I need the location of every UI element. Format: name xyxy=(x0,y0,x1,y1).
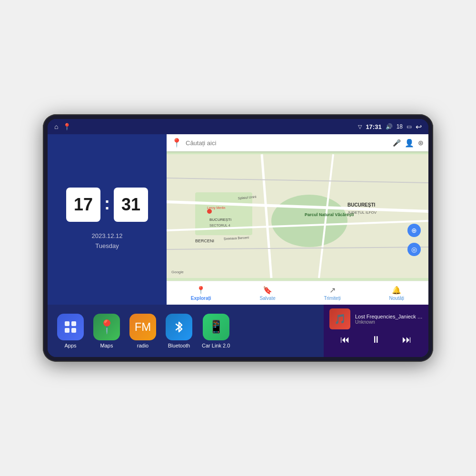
status-bar: ⌂ 📍 ▽ 17:31 🔊 18 ▭ ↩ xyxy=(48,119,428,134)
svg-rect-28 xyxy=(65,328,69,333)
svg-text:⊕: ⊕ xyxy=(411,227,417,234)
svg-text:JUDEȚUL ILFOV: JUDEȚUL ILFOV xyxy=(347,210,377,215)
svg-rect-26 xyxy=(65,321,69,326)
apps-row: Apps 📍 Maps FM radio xyxy=(48,305,324,357)
maps-icon: 📍 xyxy=(93,314,120,340)
svg-text:Parcul Natural Văcărești: Parcul Natural Văcărești xyxy=(305,212,354,217)
battery-icon: ▭ xyxy=(407,123,412,130)
bluetooth-label: Bluetooth xyxy=(168,343,190,348)
status-left-icons: ⌂ 📍 xyxy=(54,123,71,130)
music-player: 🎵 Lost Frequencies_Janieck Devy-... Unkn… xyxy=(324,305,428,357)
signal-icon: ▽ xyxy=(358,124,362,130)
music-title: Lost Frequencies_Janieck Devy-... xyxy=(355,314,423,319)
svg-text:BUCUREȘTI: BUCUREȘTI xyxy=(209,218,231,222)
layers-icon[interactable]: ⊛ xyxy=(418,139,424,147)
send-label: Trimiteți xyxy=(324,296,340,301)
bluetooth-icon xyxy=(166,314,192,340)
music-info: Lost Frequencies_Janieck Devy-... Unknow… xyxy=(355,314,423,325)
explore-icon: 📍 xyxy=(196,286,206,295)
back-icon[interactable]: ↩ xyxy=(416,122,422,131)
app-item-radio[interactable]: FM radio xyxy=(129,314,156,348)
device-body: ⌂ 📍 ▽ 17:31 🔊 18 ▭ ↩ 17 : 31 xyxy=(43,114,433,362)
left-panel: 17 : 31 2023.12.12 Tuesday xyxy=(48,134,167,305)
svg-rect-27 xyxy=(71,321,76,326)
clock-display: 17 : 31 xyxy=(66,188,148,222)
map-tab-explore[interactable]: 📍 Explorați xyxy=(191,286,211,301)
prev-button[interactable]: ⏮ xyxy=(340,334,350,345)
svg-rect-29 xyxy=(71,328,76,333)
home-icon[interactable]: ⌂ xyxy=(54,123,58,130)
maps-label: Maps xyxy=(100,343,113,348)
saved-label: Salvate xyxy=(259,296,275,301)
google-maps-icon: 📍 xyxy=(171,138,182,148)
app-item-maps[interactable]: 📍 Maps xyxy=(93,314,120,348)
map-tab-send[interactable]: ↗ Trimiteți xyxy=(324,286,340,301)
carlink-label: Car Link 2.0 xyxy=(202,343,230,348)
clock-hours: 17 xyxy=(66,188,100,222)
next-button[interactable]: ⏭ xyxy=(402,334,412,345)
map-area[interactable]: Parcul Natural Văcărești BUCUREȘTI SECTO… xyxy=(167,151,428,281)
date-display: 2023.12.12 Tuesday xyxy=(91,231,122,251)
svg-text:BUCUREȘTI: BUCUREȘTI xyxy=(347,202,376,208)
svg-text:SECTORUL 4: SECTORUL 4 xyxy=(209,224,230,227)
date-line1: 2023.12.12 xyxy=(91,231,122,241)
apps-label: Apps xyxy=(64,343,76,348)
clock-colon: : xyxy=(104,194,110,214)
svg-text:◎: ◎ xyxy=(411,246,417,253)
map-svg: Parcul Natural Văcărești BUCUREȘTI SECTO… xyxy=(167,151,428,281)
bottom-section: Apps 📍 Maps FM radio xyxy=(48,305,428,357)
status-right-icons: ▽ 17:31 🔊 18 ▭ ↩ xyxy=(358,122,422,131)
svg-point-19 xyxy=(207,209,212,214)
saved-icon: 🔖 xyxy=(263,286,272,295)
svg-text:Google: Google xyxy=(171,270,184,274)
map-tab-saved[interactable]: 🔖 Salvate xyxy=(259,286,275,301)
music-top: 🎵 Lost Frequencies_Janieck Devy-... Unkn… xyxy=(329,308,423,329)
map-bottom-bar: 📍 Explorați 🔖 Salvate ↗ Trimiteți 🔔 Nout… xyxy=(167,281,428,305)
map-search-bar: 📍 🎤 👤 ⊛ xyxy=(167,134,428,151)
app-item-carlink[interactable]: 📱 Car Link 2.0 xyxy=(202,314,230,348)
play-pause-button[interactable]: ⏸ xyxy=(371,334,381,345)
news-icon: 🔔 xyxy=(392,286,401,295)
location-icon[interactable]: 📍 xyxy=(63,123,71,130)
volume-icon: 🔊 xyxy=(386,123,393,130)
radio-icon: FM xyxy=(129,314,156,340)
clock-minutes: 31 xyxy=(114,188,148,222)
map-tab-news[interactable]: 🔔 Noutăți xyxy=(389,286,404,301)
map-panel: 📍 🎤 👤 ⊛ xyxy=(167,134,428,305)
main-area: 17 : 31 2023.12.12 Tuesday 📍 🎤 👤 ⊛ xyxy=(48,134,428,305)
app-item-apps[interactable]: Apps xyxy=(57,314,84,348)
date-line2: Tuesday xyxy=(91,241,122,251)
music-controls: ⏮ ⏸ ⏭ xyxy=(329,332,423,347)
svg-text:BERCENI: BERCENI xyxy=(195,238,214,243)
svg-text:Leroy Merlin: Leroy Merlin xyxy=(207,206,226,210)
music-artist: Unknown xyxy=(355,319,423,325)
svg-point-1 xyxy=(271,195,347,247)
radio-label: radio xyxy=(137,343,149,348)
apps-icon xyxy=(57,314,84,340)
status-time: 17:31 xyxy=(366,123,381,130)
account-icon[interactable]: 👤 xyxy=(405,139,414,148)
explore-label: Explorați xyxy=(191,296,211,301)
news-label: Noutăți xyxy=(389,296,404,301)
send-icon: ↗ xyxy=(329,286,336,295)
device-screen: ⌂ 📍 ▽ 17:31 🔊 18 ▭ ↩ 17 : 31 xyxy=(48,119,428,357)
battery-level: 18 xyxy=(397,123,403,130)
map-search-input[interactable] xyxy=(186,139,389,147)
mic-icon[interactable]: 🎤 xyxy=(393,139,401,147)
app-item-bluetooth[interactable]: Bluetooth xyxy=(166,314,192,348)
music-thumbnail: 🎵 xyxy=(329,308,350,329)
carlink-icon: 📱 xyxy=(203,314,229,340)
